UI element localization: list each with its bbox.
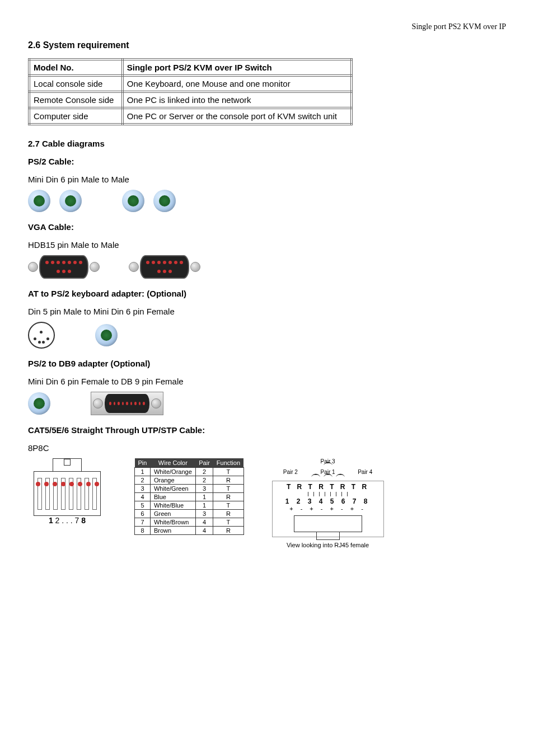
table-row: 8Brown4R (135, 527, 244, 535)
hdb15-icon (129, 255, 200, 279)
table-row: Local console side One Keyboard, one Mou… (29, 76, 352, 92)
table-row: 1White/Orange2T (135, 468, 244, 476)
minidin6-icon (59, 190, 82, 212)
pair2-label: Pair 2 (283, 469, 298, 475)
vga-cable-title: VGA Cable: (28, 222, 506, 232)
cat5-diagram-row: 1 2 . . . 7 8 Pin Wire Color Pair Functi… (28, 458, 506, 548)
ps2db9-title: PS/2 to DB9 adapter (Optional) (28, 359, 506, 368)
table-row: Remote Console side One PC is linked int… (29, 92, 352, 108)
wire-color-table: Pin Wire Color Pair Function 1White/Oran… (134, 458, 244, 535)
table-row: 7White/Brown4T (135, 518, 244, 527)
heading-2-6: 2.6 System requirement (28, 40, 506, 50)
ps2db9-diagram (28, 392, 506, 415)
spec-cell: One PC or Server or the console port of … (123, 108, 352, 124)
vga-diagram (28, 255, 506, 279)
atps2-title: AT to PS/2 keyboard adapter: (Optional) (28, 289, 506, 298)
db9-icon (91, 392, 163, 415)
table-row: 6Green3R (135, 510, 244, 518)
rj45-plug-icon: 1 2 . . . 7 8 (28, 458, 106, 525)
ps2-cable-desc: Mini Din 6 pin Male to Male (28, 175, 506, 184)
rj45-pin-label: 1 2 . . . 7 8 (28, 516, 106, 525)
spec-table: Model No. Single port PS/2 KVM over IP S… (28, 58, 353, 125)
minidin6-icon (122, 190, 144, 212)
minidin6-icon (153, 190, 176, 212)
minidin6-icon (28, 392, 50, 415)
spec-cell: Computer side (29, 108, 123, 124)
table-row: 4Blue1R (135, 493, 244, 501)
hdb15-icon (28, 255, 100, 279)
ps2-cable-title: PS/2 Cable: (28, 157, 506, 166)
table-row: Computer side One PC or Server or the co… (29, 108, 352, 124)
table-row: 2Orange2R (135, 476, 244, 485)
th-wirecolor: Wire Color (150, 458, 195, 468)
th-pair: Pair (195, 458, 213, 468)
pin-numbers: 1 2 3 4 5 6 7 8 (275, 497, 381, 505)
din5-icon (28, 322, 55, 349)
ps2-diagram (28, 190, 506, 212)
table-row: 3White/Green3T (135, 485, 244, 493)
spec-cell: One PC is linked into the network (123, 92, 352, 108)
atps2-diagram (28, 322, 506, 349)
cat5-title: CAT5/5E/6 Straight Through UTP/STP Cable… (28, 425, 506, 435)
table-row: 5White/Blue1T (135, 501, 244, 510)
tr-row: T R T R T R T R (275, 483, 381, 491)
ps2db9-desc: Mini Din 6 pin Female to DB 9 pin Female (28, 377, 506, 386)
spec-th-product: Single port PS/2 KVM over IP Switch (123, 59, 352, 76)
spec-cell: One Keyboard, one Mouse and one monitor (123, 76, 352, 92)
th-function: Function (213, 458, 243, 468)
heading-2-7: 2.7 Cable diagrams (28, 139, 506, 148)
page-header-product: Single port PS2 KVM over IP (28, 22, 506, 31)
pair-diagram: Pair 3 ⏜ Pair 2 Pair 1 Pair 4 ⏜⏜⏜ T R T … (272, 458, 384, 548)
spec-th-model: Model No. (29, 59, 123, 76)
vga-cable-desc: HDB15 pin Male to Male (28, 240, 506, 250)
spec-cell: Local console side (29, 76, 123, 92)
minidin6-icon (28, 190, 50, 212)
th-pin: Pin (135, 458, 151, 468)
spec-cell: Remote Console side (29, 92, 123, 108)
rj45-caption: View looking into RJ45 female (272, 542, 384, 548)
minidin6-icon (95, 324, 118, 346)
pair4-label: Pair 4 (358, 469, 372, 475)
atps2-desc: Din 5 pin Male to Mini Din 6 pin Female (28, 307, 506, 316)
cat5-desc: 8P8C (28, 443, 506, 453)
pin-signs: + - + - + - + - (275, 505, 381, 512)
